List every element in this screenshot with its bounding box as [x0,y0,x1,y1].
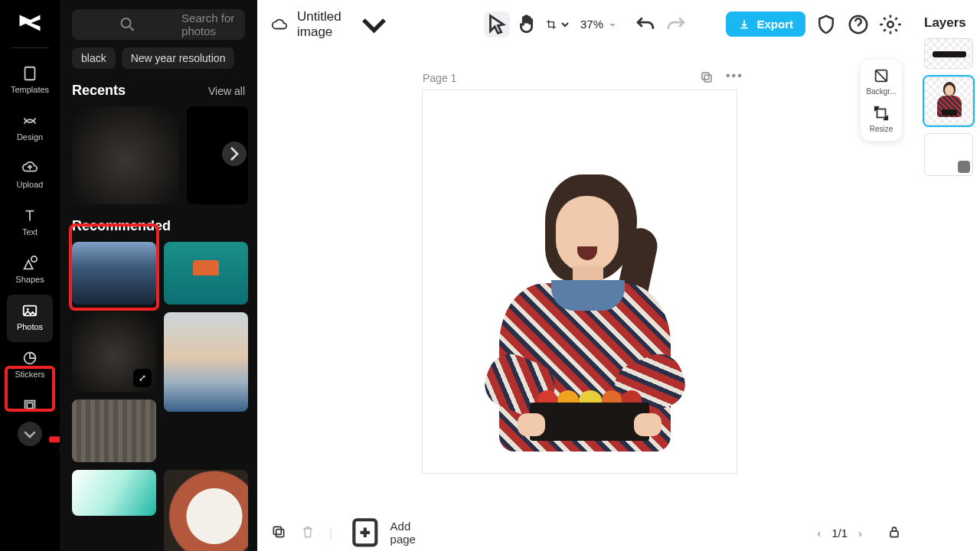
page-navigation: ‹ 1/1 › [817,527,862,540]
select-tool[interactable] [484,11,510,37]
stickers-icon [21,350,38,367]
expand-icon[interactable]: ⤢ [133,369,152,387]
background-icon [873,67,890,84]
rail-item-shapes[interactable]: Shapes [7,247,53,295]
page-indicator: 1/1 [831,527,848,540]
lock-icon[interactable] [887,524,902,542]
canvas-side-tools: Backgr... Resize [861,60,902,141]
duplicate-page-icon[interactable] [700,69,714,86]
redo-icon [663,11,689,37]
document-title[interactable]: Untitled image [297,0,399,49]
canvas-image-person[interactable] [481,174,680,473]
svg-point-6 [122,18,131,28]
redo-button[interactable] [663,11,689,37]
layers-title: Layers [924,15,972,31]
recents-row [72,106,245,204]
canvas[interactable]: Page 1 ••• Backgr... Resize [257,49,916,514]
upload-icon [21,160,38,177]
layer-thumb-crate[interactable] [924,38,973,69]
photos-panel: Search for photos black New year resolut… [60,0,257,551]
chevron-down-icon [18,422,42,446]
recommended-header: Recommended [72,218,245,234]
export-button[interactable]: Export [726,11,805,37]
rail-label: Stickers [15,370,44,379]
page-label: Page 1 [423,72,456,84]
design-icon [21,112,38,129]
rail-item-upload[interactable]: Upload [7,152,53,200]
recents-next-button[interactable] [222,142,247,166]
svg-rect-16 [890,531,898,537]
undo-button[interactable] [632,11,658,37]
search-placeholder: Search for photos [181,11,236,37]
reco-photo-abstract[interactable] [72,470,156,516]
chevron-right-icon [222,142,247,166]
search-input[interactable]: Search for photos [72,9,245,40]
artboard[interactable] [423,90,737,473]
next-page[interactable]: › [858,527,862,540]
reco-photo-sea[interactable] [164,242,248,305]
topbar-left: Untitled image [271,0,399,49]
rail-label: Upload [17,180,44,189]
chevron-down-icon [349,0,399,49]
topbar: Untitled image 37% Export [257,0,916,49]
app-logo[interactable] [16,9,44,37]
chip-new-year[interactable]: New year resolution [122,47,235,69]
recents-view-all[interactable]: View all [208,85,245,97]
recents-title: Recents [72,83,126,99]
svg-rect-12 [877,109,886,118]
help-button[interactable] [847,13,870,36]
crop-tool[interactable] [545,11,571,37]
rail-item-text[interactable]: Text [7,200,53,247]
text-icon [21,207,38,224]
resize-tool[interactable]: Resize [866,105,897,133]
delete-page-icon[interactable] [300,524,315,542]
recent-photo-1[interactable] [72,106,179,204]
rail-more-button[interactable] [18,422,42,446]
shield-icon [815,13,838,36]
zoom-control[interactable]: 37% [580,18,617,31]
rail-item-stickers[interactable]: Stickers [7,342,53,390]
layers-panel: Layers [916,0,980,551]
pages-list-icon[interactable] [271,524,286,542]
crop-icon [545,11,557,37]
svg-rect-0 [25,67,35,80]
add-page-icon [346,514,384,551]
rail-label: Templates [11,85,49,94]
prev-page[interactable]: ‹ [817,527,821,540]
rail-label: Shapes [15,275,44,284]
editor-area: Untitled image 37% Export Page [257,0,916,551]
topbar-right: Export [726,11,902,37]
svg-rect-5 [27,403,32,408]
cursor-icon [484,11,510,37]
settings-button[interactable] [879,13,902,36]
rail-item-design[interactable]: Design [7,105,53,152]
reco-photo-city[interactable] [72,242,156,305]
search-icon [81,15,174,34]
frame-icon [21,397,38,414]
svg-point-2 [27,308,29,311]
rail-label: Text [22,227,38,236]
chevron-down-icon [559,11,571,37]
rail-item-frames[interactable] [7,390,53,414]
reco-photo-blackboard[interactable]: ⤢ [72,312,156,392]
layer-thumb-person[interactable] [924,77,973,126]
page-more-icon[interactable]: ••• [726,69,743,86]
reco-photo-food[interactable] [164,470,248,551]
shield-button[interactable] [815,13,838,36]
rail-item-photos[interactable]: Photos [7,295,53,342]
svg-rect-14 [276,529,284,536]
photos-icon [21,302,38,319]
chip-black[interactable]: black [72,47,116,69]
reco-photo-skyline[interactable] [164,312,248,412]
hand-tool[interactable] [514,11,541,37]
reco-photo-stone[interactable] [72,399,156,462]
background-tool[interactable]: Backgr... [866,67,897,96]
help-icon [847,13,870,36]
templates-icon [21,65,38,82]
cloud-sync-icon[interactable] [271,16,288,33]
shapes-icon [21,255,38,272]
layer-thumb-background[interactable] [924,133,973,176]
rail-item-templates[interactable]: Templates [7,57,53,105]
chevron-down-icon [608,20,617,29]
add-page-button[interactable]: Add page [346,514,416,551]
